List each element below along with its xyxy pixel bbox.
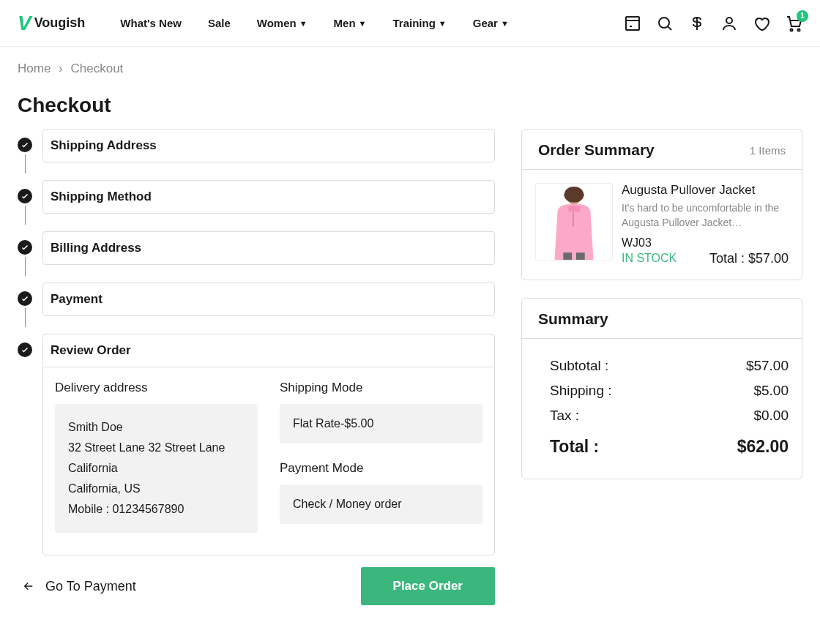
page-title: Checkout bbox=[0, 76, 820, 129]
nav-label: Gear bbox=[473, 17, 498, 29]
svg-rect-0 bbox=[626, 17, 639, 30]
total-label: Total : bbox=[550, 437, 599, 457]
nav-men[interactable]: Men▼ bbox=[334, 17, 367, 29]
breadcrumb-sep: › bbox=[59, 61, 63, 75]
address-mobile: Mobile : 01234567890 bbox=[68, 499, 245, 520]
wishlist-icon[interactable] bbox=[753, 15, 770, 32]
step-check-icon bbox=[18, 189, 32, 203]
step-line bbox=[25, 308, 26, 327]
order-item: Augusta Pullover Jacket It's hard to be … bbox=[522, 170, 802, 280]
nav-label: Men bbox=[334, 17, 356, 29]
step-line bbox=[25, 154, 26, 173]
chevron-down-icon: ▼ bbox=[501, 19, 509, 28]
step-shipping-address[interactable]: Shipping Address bbox=[42, 129, 495, 162]
brand-name: Vougish bbox=[34, 15, 86, 31]
nav-label: Sale bbox=[208, 17, 231, 29]
svg-point-3 bbox=[791, 29, 793, 31]
place-order-button[interactable]: Place Order bbox=[361, 567, 495, 605]
address-line1: 32 Street Lane 32 Street Lane bbox=[68, 438, 245, 458]
chevron-down-icon: ▼ bbox=[299, 19, 308, 28]
main-nav: What's New Sale Women▼ Men▼ Training▼ Ge… bbox=[120, 17, 508, 29]
order-summary-panel: Order Summary 1 Items bbox=[521, 129, 802, 280]
svg-point-4 bbox=[798, 29, 800, 31]
delivery-address-card: Smith Doe 32 Street Lane 32 Street Lane … bbox=[55, 404, 258, 533]
subtotal-label: Subtotal : bbox=[550, 358, 608, 374]
summary-title: Summary bbox=[538, 310, 608, 328]
step-shipping-method[interactable]: Shipping Method bbox=[42, 180, 495, 214]
nav-label: What's New bbox=[120, 17, 182, 29]
order-summary-title: Order Summary bbox=[538, 141, 655, 159]
address-region: California, US bbox=[68, 479, 245, 499]
svg-point-2 bbox=[726, 18, 732, 23]
product-total: Total : $57.00 bbox=[709, 251, 789, 266]
nav-training[interactable]: Training▼ bbox=[392, 17, 446, 29]
shipping-mode-card: Flat Rate-$5.00 bbox=[280, 404, 482, 443]
header-actions: 1 bbox=[624, 15, 802, 32]
chevron-down-icon: ▼ bbox=[439, 19, 447, 28]
chevron-down-icon: ▼ bbox=[359, 19, 367, 28]
step-check-icon bbox=[18, 240, 32, 255]
step-title: Review Order bbox=[43, 334, 494, 367]
nav-label: Training bbox=[392, 17, 435, 29]
cart-badge: 1 bbox=[797, 10, 808, 22]
step-check-icon bbox=[18, 138, 32, 152]
nav-sale[interactable]: Sale bbox=[208, 17, 231, 29]
nav-women[interactable]: Women▼ bbox=[257, 17, 308, 29]
step-check-icon bbox=[18, 342, 32, 357]
svg-rect-8 bbox=[576, 252, 585, 260]
breadcrumb-current: Checkout bbox=[71, 61, 124, 75]
step-title: Billing Address bbox=[51, 241, 487, 255]
shipping-value: $5.00 bbox=[753, 383, 789, 399]
step-title: Shipping Method bbox=[51, 190, 487, 204]
address-name: Smith Doe bbox=[68, 417, 245, 438]
nav-gear[interactable]: Gear▼ bbox=[473, 17, 509, 29]
tax-value: $0.00 bbox=[753, 408, 789, 424]
product-sku: WJ03 bbox=[622, 236, 789, 250]
checkout-steps: Shipping Address Shipping Method Billing… bbox=[18, 129, 495, 605]
store-icon[interactable] bbox=[624, 15, 641, 32]
nav-label: Women bbox=[257, 17, 297, 29]
arrow-left-icon bbox=[22, 580, 35, 593]
step-line bbox=[25, 257, 26, 276]
payment-mode-card: Check / Money order bbox=[280, 484, 482, 524]
breadcrumb: Home › Checkout bbox=[0, 47, 820, 76]
svg-point-1 bbox=[659, 18, 669, 28]
subtotal-value: $57.00 bbox=[746, 358, 789, 374]
step-line bbox=[25, 206, 26, 225]
nav-whats-new[interactable]: What's New bbox=[120, 17, 182, 29]
stock-status: IN STOCK bbox=[622, 252, 676, 265]
logo[interactable]: V Vougish bbox=[18, 12, 85, 35]
svg-rect-7 bbox=[563, 252, 572, 260]
currency-icon[interactable] bbox=[688, 15, 706, 32]
account-icon[interactable] bbox=[720, 15, 738, 32]
logo-icon: V bbox=[18, 12, 31, 35]
go-to-payment-button[interactable]: Go To Payment bbox=[18, 572, 141, 602]
shipping-label: Shipping : bbox=[550, 383, 612, 399]
shipping-mode-label: Shipping Mode bbox=[280, 381, 482, 395]
step-payment[interactable]: Payment bbox=[42, 282, 495, 316]
total-value: $62.00 bbox=[737, 437, 789, 457]
product-image bbox=[535, 183, 613, 261]
tax-label: Tax : bbox=[550, 408, 579, 424]
step-review-order: Review Order Delivery address Smith Doe … bbox=[42, 334, 495, 555]
step-title: Shipping Address bbox=[51, 138, 487, 153]
header: V Vougish What's New Sale Women▼ Men▼ Tr… bbox=[0, 0, 820, 47]
back-label: Go To Payment bbox=[45, 579, 136, 594]
address-city: California bbox=[68, 458, 245, 479]
step-billing-address[interactable]: Billing Address bbox=[42, 231, 495, 265]
search-icon[interactable] bbox=[656, 15, 674, 32]
product-desc: It's hard to be uncomfortable in the Aug… bbox=[622, 201, 789, 231]
product-name: Augusta Pullover Jacket bbox=[622, 183, 789, 198]
breadcrumb-home[interactable]: Home bbox=[18, 61, 51, 75]
step-check-icon bbox=[18, 291, 32, 306]
cart-icon[interactable]: 1 bbox=[785, 15, 802, 32]
order-items-count: 1 Items bbox=[750, 144, 786, 157]
delivery-address-label: Delivery address bbox=[55, 381, 258, 395]
payment-mode-label: Payment Mode bbox=[280, 461, 482, 476]
summary-panel: Summary Subtotal : $57.00 Shipping : $5.… bbox=[521, 298, 802, 479]
step-title: Payment bbox=[51, 292, 487, 307]
